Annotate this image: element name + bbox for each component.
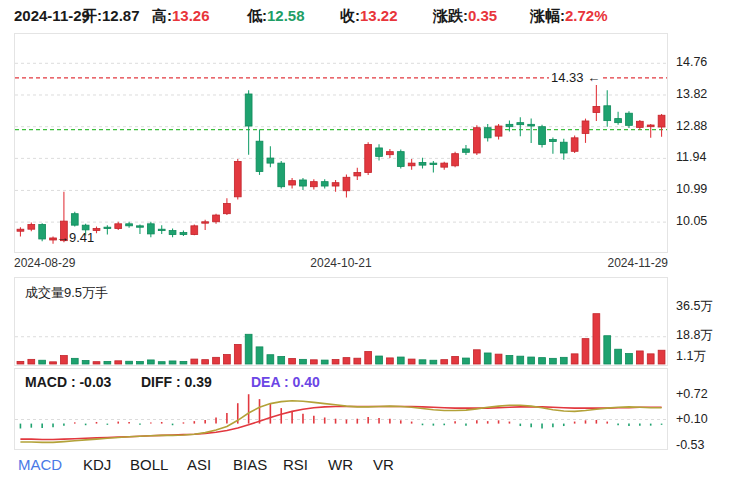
tab-kdj[interactable]: KDJ	[83, 456, 111, 473]
candlestick-panel	[14, 33, 668, 253]
price-axis-label-4: 10.99	[676, 182, 730, 196]
macd-axis-label-0: +0.72	[676, 387, 730, 401]
price-axis-label-2: 12.88	[676, 119, 730, 133]
tab-bias[interactable]: BIAS	[233, 456, 267, 473]
field-label: 低:	[247, 7, 267, 24]
field-value: 12.87	[102, 7, 140, 24]
price-axis-label-1: 13.82	[676, 87, 730, 101]
field-label: 涨跌:	[433, 7, 468, 24]
macd-axis-label-1: +0.10	[676, 412, 730, 426]
x-axis-labels: 2024-08-29 2024-10-21 2024-11-29	[0, 256, 732, 272]
field-label: 收:	[340, 7, 360, 24]
field-value: 2.72%	[565, 7, 608, 24]
field-value: 13.22	[360, 7, 398, 24]
x-axis-label-mid: 2024-10-21	[310, 256, 371, 270]
field-label: 开:	[82, 7, 102, 24]
tab-macd[interactable]: MACD	[18, 456, 62, 473]
volume-axis-label-0: 36.5万	[676, 298, 730, 315]
volume-panel: 成交量9.5万手	[14, 277, 668, 366]
header-quote-bar: 2024-11-29 开:12.87高:13.26低:12.58收:13.22涨…	[0, 0, 732, 30]
price-axis-label-0: 14.76	[676, 55, 730, 69]
tab-boll[interactable]: BOLL	[130, 456, 168, 473]
price-axis-label-3: 11.94	[676, 150, 730, 164]
x-axis-label-start: 2024-08-29	[14, 256, 75, 270]
volume-axis-label-1: 18.8万	[676, 327, 730, 344]
price-axis-label-5: 10.05	[676, 214, 730, 228]
tab-rsi[interactable]: RSI	[283, 456, 308, 473]
tab-asi[interactable]: ASI	[187, 456, 211, 473]
header-field-3: 收:13.22	[340, 7, 398, 26]
macd-axis-label-2: -0.53	[676, 438, 730, 452]
volume-chart	[15, 278, 667, 365]
field-value: 13.26	[172, 7, 210, 24]
tab-vr[interactable]: VR	[373, 456, 394, 473]
header-field-1: 高:13.26	[152, 7, 210, 26]
field-value: 0.35	[468, 7, 497, 24]
macd-chart	[15, 369, 667, 449]
x-axis-label-end: 2024-11-29	[608, 256, 669, 270]
header-field-4: 涨跌:0.35	[433, 7, 497, 26]
candlestick-chart	[15, 34, 667, 252]
header-field-2: 低:12.58	[247, 7, 305, 26]
header-field-5: 涨幅:2.72%	[530, 7, 608, 26]
header-field-0: 开:12.87	[82, 7, 140, 26]
field-value: 12.58	[267, 7, 305, 24]
macd-value-label-0: MACD : -0.03	[25, 374, 111, 390]
macd-panel: MACD : -0.03DIFF : 0.39DEA : 0.40	[14, 368, 668, 450]
field-label: 涨幅:	[530, 7, 565, 24]
macd-value-label-1: DIFF : 0.39	[141, 374, 212, 390]
volume-title: 成交量9.5万手	[25, 284, 108, 302]
field-label: 高:	[152, 7, 172, 24]
low-price-annotation: →9.41	[56, 230, 94, 245]
volume-axis-label-2: 1.1万	[676, 348, 730, 365]
macd-value-label-2: DEA : 0.40	[251, 374, 320, 390]
high-price-annotation: 14.33 ←	[549, 70, 602, 85]
stock-chart-page: 2024-11-29 开:12.87高:13.26低:12.58收:13.22涨…	[0, 0, 732, 492]
tab-wr[interactable]: WR	[328, 456, 353, 473]
header-date: 2024-11-29	[14, 7, 90, 24]
indicator-tabs: MACDKDJBOLLASIBIASRSIWRVR	[0, 456, 732, 480]
